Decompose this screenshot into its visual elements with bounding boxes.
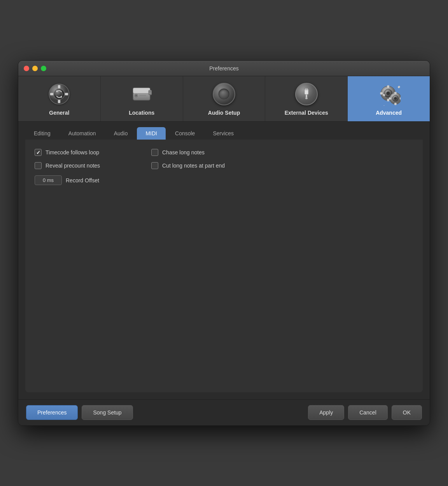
tab-services[interactable]: Services — [204, 127, 242, 140]
svg-rect-40 — [382, 105, 385, 106]
icon-nav: General — [18, 76, 430, 122]
chase-long-notes-checkbox[interactable] — [151, 149, 158, 156]
reveal-precount-notes-checkbox[interactable] — [35, 162, 42, 169]
svg-rect-48 — [397, 86, 400, 88]
option-cut-long-notes: Cut long notes at part end — [151, 162, 252, 169]
song-setup-button[interactable]: Song Setup — [82, 405, 133, 420]
cut-long-notes-label: Cut long notes at part end — [162, 163, 225, 169]
midi-options-panel: Timecode follows loop Chase long notes R… — [35, 149, 413, 185]
svg-rect-34 — [387, 99, 389, 101]
preferences-button[interactable]: Preferences — [26, 405, 78, 420]
svg-rect-23 — [139, 97, 144, 98]
options-row-1: Timecode follows loop Chase long notes — [35, 149, 413, 156]
options-row-2: Reveal precount notes Cut long notes at … — [35, 162, 413, 169]
general-icon — [47, 82, 71, 106]
advanced-icon — [377, 82, 401, 106]
bottom-bar: Preferences Song Setup Apply Cancel OK — [18, 399, 430, 425]
svg-point-21 — [135, 95, 137, 96]
svg-rect-3 — [50, 93, 53, 95]
nav-item-general[interactable]: General — [18, 76, 101, 121]
svg-rect-2 — [58, 100, 60, 103]
svg-rect-18 — [149, 93, 151, 93]
svg-rect-14 — [133, 88, 150, 93]
record-offset-input[interactable] — [35, 175, 62, 185]
option-timecode-follows-loop: Timecode follows loop — [35, 149, 136, 156]
ok-button[interactable]: OK — [392, 405, 422, 420]
close-button[interactable] — [24, 66, 29, 71]
svg-rect-26 — [305, 88, 306, 90]
svg-rect-45 — [394, 103, 397, 105]
svg-rect-46 — [389, 97, 391, 100]
audio-setup-icon — [212, 82, 236, 106]
tab-audio[interactable]: Audio — [105, 127, 136, 140]
svg-rect-25 — [304, 89, 308, 94]
svg-rect-4 — [65, 93, 68, 95]
option-reveal-precount-notes: Reveal precount notes — [35, 162, 136, 169]
tab-automation[interactable]: Automation — [60, 127, 105, 140]
nav-label-advanced: Advanced — [376, 110, 402, 116]
maximize-button[interactable] — [41, 66, 46, 71]
nav-label-audio-setup: Audio Setup — [208, 110, 240, 116]
svg-rect-33 — [387, 86, 389, 88]
nav-item-external-devices[interactable]: External Devices — [265, 76, 348, 121]
chase-long-notes-label: Chase long notes — [162, 149, 205, 156]
record-offset-row: Record Offset — [35, 175, 413, 185]
window-title: Preferences — [209, 65, 238, 72]
svg-rect-22 — [139, 95, 146, 96]
nav-item-advanced[interactable]: Advanced — [348, 76, 430, 121]
nav-item-locations[interactable]: Locations — [101, 76, 183, 121]
svg-rect-47 — [400, 97, 401, 100]
nav-label-external-devices: External Devices — [285, 110, 328, 116]
option-chase-long-notes: Chase long notes — [151, 149, 252, 156]
cut-long-notes-checkbox[interactable] — [151, 162, 158, 169]
window-controls — [24, 66, 46, 71]
tab-midi[interactable]: MIDI — [137, 127, 166, 140]
titlebar: Preferences — [18, 61, 430, 76]
nav-item-audio-setup[interactable]: Audio Setup — [183, 76, 266, 121]
tab-editing[interactable]: Editing — [25, 127, 59, 140]
preferences-window: Preferences — [18, 60, 430, 426]
external-devices-icon — [295, 82, 318, 106]
svg-point-43 — [394, 97, 397, 100]
nav-label-locations: Locations — [129, 110, 154, 116]
svg-point-32 — [386, 91, 390, 95]
svg-rect-1 — [58, 85, 60, 88]
svg-rect-19 — [149, 94, 151, 95]
tab-console[interactable]: Console — [166, 127, 203, 140]
cancel-button[interactable]: Cancel — [348, 405, 388, 420]
timecode-follows-loop-checkbox[interactable] — [35, 149, 42, 156]
reveal-precount-notes-label: Reveal precount notes — [46, 163, 100, 169]
svg-rect-29 — [305, 98, 308, 99]
svg-rect-44 — [394, 92, 397, 94]
nav-label-general: General — [49, 110, 69, 116]
svg-rect-17 — [149, 91, 151, 92]
record-offset-label: Record Offset — [66, 177, 99, 184]
content-area: Timecode follows loop Chase long notes R… — [25, 140, 423, 392]
tab-bar: Editing Automation Audio MIDI Console Se… — [18, 122, 430, 140]
apply-button[interactable]: Apply — [308, 405, 344, 420]
locations-icon — [130, 82, 153, 106]
svg-rect-27 — [306, 88, 308, 90]
svg-rect-35 — [380, 92, 383, 94]
timecode-follows-loop-label: Timecode follows loop — [46, 149, 99, 156]
minimize-button[interactable] — [32, 66, 38, 71]
